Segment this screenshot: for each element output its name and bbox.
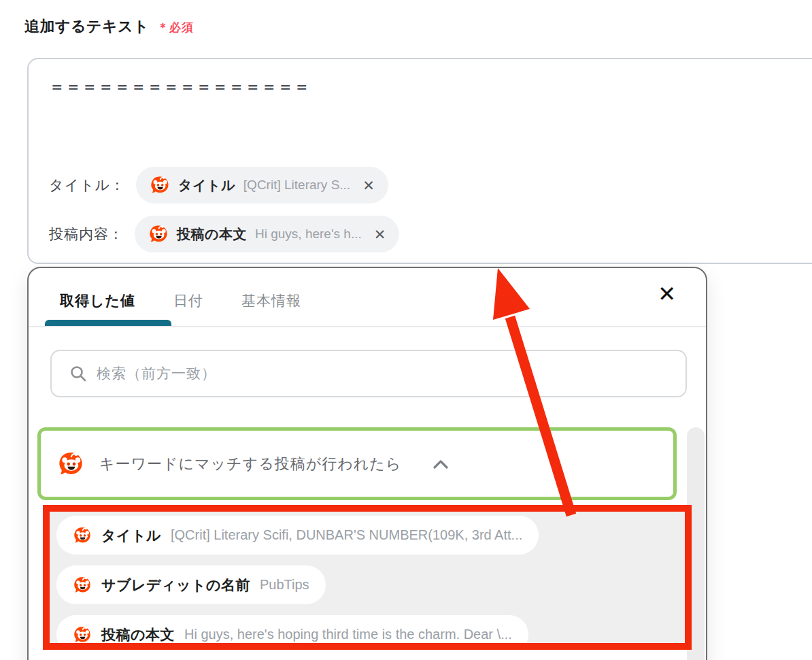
token-close-icon[interactable]: ✕ [374, 227, 386, 242]
body-variable-row: 投稿内容： 投稿の本文 Hi guys, here's h... ✕ [49, 216, 399, 252]
token-close-icon[interactable]: ✕ [362, 178, 375, 193]
variable-list: タイトル [QCrit] Literary Scifi, DUNBAR'S NU… [50, 512, 685, 643]
item-name: タイトル [101, 526, 161, 545]
reddit-icon [73, 526, 92, 545]
variable-picker-panel: 取得した値 日付 基本情報 ✕ キーワードにマッチする投稿が行われたら [27, 267, 707, 660]
token-pill-body[interactable]: 投稿の本文 Hi guys, here's h... ✕ [135, 216, 399, 252]
reddit-icon [148, 224, 169, 244]
equals-line: ＝＝＝＝＝＝＝＝＝＝＝＝＝＝＝＝ [49, 76, 310, 97]
reddit-icon [57, 450, 84, 478]
list-item-post-body[interactable]: 投稿の本文 Hi guys, here's hoping third time … [56, 615, 528, 643]
search-icon [69, 365, 87, 382]
active-tab-underline [45, 320, 171, 326]
token-preview: Hi guys, here's h... [255, 227, 362, 242]
reddit-icon [73, 625, 92, 644]
chevron-up-icon [433, 459, 449, 469]
annotation-box: タイトル [QCrit] Literary Scifi, DUNBAR'S NU… [43, 505, 692, 650]
list-item-title[interactable]: タイトル [QCrit] Literary Scifi, DUNBAR'S NU… [56, 516, 539, 555]
title-variable-row: タイトル： タイトル [QCrit] Literary S... ✕ [49, 167, 388, 203]
close-icon[interactable]: ✕ [658, 283, 676, 305]
field-label: 追加するテキスト [24, 16, 149, 37]
variable-label: 投稿内容： [49, 225, 124, 244]
item-preview: [QCrit] Literary Scifi, DUNBAR'S NUMBER(… [171, 527, 522, 543]
token-name: 投稿の本文 [177, 225, 247, 244]
item-name: 投稿の本文 [101, 625, 175, 644]
text-field[interactable]: ＝＝＝＝＝＝＝＝＝＝＝＝＝＝＝＝ タイトル： タイトル [QCrit] Lite… [27, 58, 812, 264]
list-item-subreddit[interactable]: サブレディットの名前 PubTips [56, 565, 326, 604]
variable-label: タイトル： [49, 176, 125, 195]
search-box [50, 350, 687, 397]
search-input[interactable] [97, 365, 686, 382]
tab-date[interactable]: 日付 [173, 291, 203, 310]
item-preview: PubTips [260, 577, 309, 593]
item-preview: Hi guys, here's hoping third time is the… [184, 627, 512, 642]
token-name: タイトル [178, 176, 235, 195]
panel-tabs: 取得した値 日付 基本情報 [29, 268, 706, 310]
trigger-label: キーワードにマッチする投稿が行われたら [99, 454, 401, 474]
reddit-icon [150, 175, 170, 195]
field-label-row: 追加するテキスト ＊必須 [24, 16, 194, 37]
tab-acquired-values[interactable]: 取得した値 [60, 291, 135, 310]
reddit-icon [73, 576, 92, 595]
required-badge: ＊必須 [157, 20, 194, 35]
item-name: サブレディットの名前 [101, 576, 250, 595]
token-pill-title[interactable]: タイトル [QCrit] Literary S... ✕ [136, 167, 388, 203]
trigger-row[interactable]: キーワードにマッチする投稿が行われたら [37, 427, 677, 500]
tab-basic-info[interactable]: 基本情報 [241, 291, 301, 310]
token-preview: [QCrit] Literary S... [243, 178, 350, 193]
tabs-divider [29, 326, 706, 327]
